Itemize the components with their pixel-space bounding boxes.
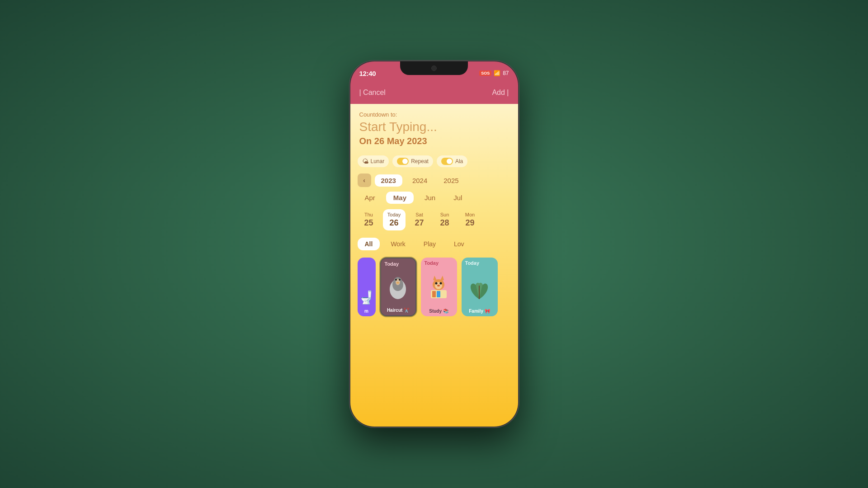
lunar-label: Lunar [371, 158, 385, 164]
study-card-header: Today [421, 258, 457, 268]
svg-marker-13 [440, 276, 444, 281]
phone-frame: 12:40 SOS 📶 87 | Cancel Add | Countdown … [349, 61, 519, 427]
day-27-number: 27 [415, 218, 424, 228]
year-2023[interactable]: 2023 [375, 174, 402, 187]
status-right: SOS 📶 87 [479, 70, 509, 76]
notch [400, 61, 468, 75]
day-26[interactable]: Today 26 [383, 209, 406, 230]
countdown-label: Countdown to: [359, 111, 509, 118]
cat-work[interactable]: Work [383, 238, 412, 250]
wifi-icon: 📶 [494, 70, 500, 76]
toggles-row: 🌤 Lunar Repeat Ala [350, 152, 518, 171]
cat-love[interactable]: Lov [447, 238, 472, 250]
svg-point-4 [395, 279, 397, 281]
day-26-number: 26 [389, 218, 398, 228]
year-2024[interactable]: 2024 [406, 174, 434, 187]
day-28-number: 28 [440, 218, 449, 228]
templates-row: 🚽 m Today [350, 254, 518, 320]
alarm-toggle[interactable]: Ala [437, 155, 467, 167]
repeat-label: Repeat [411, 158, 429, 164]
battery-text: 87 [503, 70, 509, 76]
add-button[interactable]: Add | [492, 89, 509, 97]
month-may[interactable]: May [386, 192, 414, 204]
svg-point-14 [435, 282, 438, 285]
template-card-family[interactable]: Today Family 🎀 [462, 258, 498, 316]
month-picker: Apr May Jun Jul [350, 190, 518, 206]
main-content: Countdown to: Start Typing... On 26 May … [350, 104, 518, 427]
family-card-header: Today [462, 258, 498, 268]
partial-card-body: 🚽 [358, 258, 376, 307]
svg-rect-8 [432, 291, 436, 297]
cat-play[interactable]: Play [416, 238, 443, 250]
year-prev-button[interactable]: ‹ [358, 174, 371, 187]
day-25-number: 25 [364, 218, 373, 228]
category-tabs: All Work Play Lov [350, 234, 518, 254]
countdown-title-input[interactable]: Start Typing... [359, 120, 509, 134]
alarm-switch[interactable] [441, 158, 453, 165]
header-bar: | Cancel Add | [350, 81, 518, 104]
template-card-partial[interactable]: 🚽 m [358, 258, 376, 316]
day-27-label: Sat [415, 212, 423, 217]
countdown-section: Countdown to: Start Typing... On 26 May … [350, 104, 518, 152]
repeat-switch[interactable] [397, 158, 409, 165]
cat-all[interactable]: All [358, 238, 380, 250]
sos-badge: SOS [479, 70, 491, 76]
day-26-label: Today [387, 212, 401, 217]
month-jun[interactable]: Jun [417, 192, 443, 204]
template-card-haircut[interactable]: Today Haircut ✂️ [380, 258, 416, 316]
study-card-body [421, 268, 457, 307]
lunar-toggle[interactable]: 🌤 Lunar [358, 155, 389, 167]
countdown-date[interactable]: On 26 May 2023 [359, 136, 509, 146]
svg-point-16 [437, 285, 440, 286]
cancel-button[interactable]: | Cancel [359, 89, 386, 97]
haircut-illustration [386, 272, 410, 301]
family-card-body [462, 268, 498, 307]
family-illustration [467, 272, 492, 301]
alarm-label: Ala [455, 158, 463, 164]
day-29[interactable]: Mon 29 [459, 209, 481, 230]
day-25[interactable]: Thu 25 [358, 209, 380, 230]
status-time: 12:40 [359, 70, 376, 77]
haircut-card-body [381, 269, 415, 306]
svg-rect-9 [437, 291, 440, 297]
template-card-study[interactable]: Today [421, 258, 457, 316]
camera-dot [431, 66, 437, 71]
svg-point-5 [399, 279, 401, 281]
study-illustration [426, 272, 451, 301]
month-apr[interactable]: Apr [358, 192, 382, 204]
status-bar: 12:40 SOS 📶 87 [350, 61, 518, 81]
svg-marker-12 [433, 276, 437, 281]
lunar-icon: 🌤 [362, 158, 368, 165]
day-29-number: 29 [465, 218, 474, 228]
study-card-footer: Study 📚 [421, 307, 457, 316]
day-29-label: Mon [465, 212, 475, 217]
day-25-label: Thu [364, 212, 373, 217]
day-28[interactable]: Sun 28 [434, 209, 456, 230]
haircut-card-header: Today [381, 258, 415, 269]
partial-card-footer: m [358, 307, 376, 316]
day-picker: Thu 25 Today 26 Sat 27 Sun 28 Mon 29 [350, 206, 518, 234]
year-picker: ‹ 2023 2024 2025 [350, 171, 518, 190]
day-28-label: Sun [440, 212, 449, 217]
month-jul[interactable]: Jul [446, 192, 469, 204]
day-27[interactable]: Sat 27 [408, 209, 431, 230]
haircut-card-footer: Haircut ✂️ [381, 306, 415, 315]
svg-point-15 [440, 282, 442, 285]
family-card-footer: Family 🎀 [462, 307, 498, 316]
year-2025[interactable]: 2025 [437, 174, 465, 187]
repeat-toggle[interactable]: Repeat [392, 155, 433, 167]
